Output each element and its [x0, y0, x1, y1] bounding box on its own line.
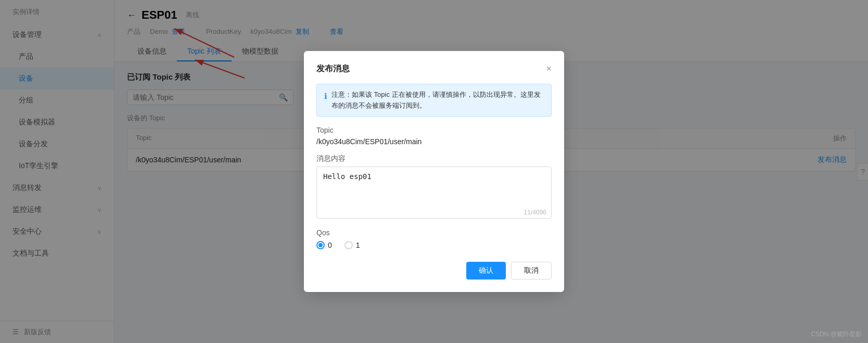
modal-notice: ℹ 注意：如果该 Topic 正在被使用，请谨慎操作，以防出现异常。这里发布的消…	[316, 84, 552, 117]
modal-header: 发布消息 ×	[316, 63, 552, 74]
topic-field-value: /k0yo34u8Cim/ESP01/user/main	[316, 137, 552, 146]
watermark: CSDN @紫阡星影	[811, 330, 862, 339]
topic-field-label: Topic	[316, 126, 552, 134]
qos-label: Qos	[316, 228, 552, 237]
modal-overlay[interactable]: 发布消息 × ℹ 注意：如果该 Topic 正在被使用，请谨慎操作，以防出现异常…	[0, 0, 868, 343]
qos-option-0[interactable]: 0	[316, 241, 332, 249]
modal-close-button[interactable]: ×	[546, 64, 552, 73]
modal-footer: 确认 取消	[316, 262, 552, 280]
confirm-button[interactable]: 确认	[466, 262, 506, 280]
content-field-label: 消息内容	[316, 154, 552, 163]
radio-circle-1	[344, 241, 353, 249]
modal-title: 发布消息	[316, 63, 350, 74]
info-icon: ℹ	[324, 90, 327, 111]
char-count: 11/4096	[524, 209, 546, 216]
content-textarea[interactable]: Hello esp01	[316, 167, 552, 219]
cancel-button[interactable]: 取消	[511, 262, 552, 280]
publish-modal: 发布消息 × ℹ 注意：如果该 Topic 正在被使用，请谨慎操作，以防出现异常…	[304, 51, 564, 293]
content-textarea-wrapper: Hello esp01 11/4096	[316, 167, 552, 220]
qos-radio-group: 0 1	[316, 241, 552, 249]
radio-circle-0	[316, 241, 325, 249]
qos-option-1[interactable]: 1	[344, 241, 360, 249]
notice-text: 注意：如果该 Topic 正在被使用，请谨慎操作，以防出现异常。这里发布的消息不…	[331, 90, 544, 111]
